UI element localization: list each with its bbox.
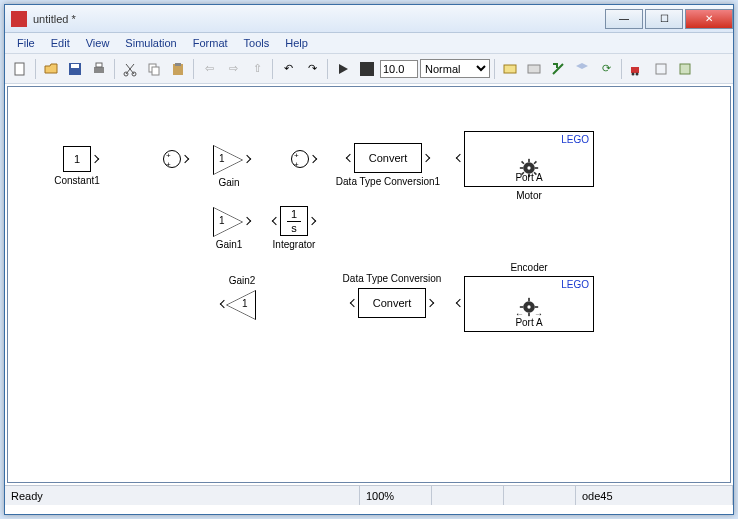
menu-format[interactable]: Format (185, 35, 236, 51)
tool5-icon[interactable] (674, 58, 696, 80)
up-icon[interactable]: ⇧ (246, 58, 268, 80)
redo-icon[interactable]: ↷ (301, 58, 323, 80)
port-out (350, 299, 358, 307)
stop-icon[interactable] (356, 58, 378, 80)
port-out (243, 155, 251, 163)
gain1-value: 1 (219, 215, 225, 226)
motor-brand: LEGO (561, 134, 589, 145)
menu-help[interactable]: Help (277, 35, 316, 51)
menu-view[interactable]: View (78, 35, 118, 51)
status-empty2 (504, 486, 576, 505)
menu-tools[interactable]: Tools (236, 35, 278, 51)
block-constant1[interactable]: 1 (63, 146, 91, 172)
svg-rect-22 (535, 167, 538, 169)
undo-icon[interactable]: ↶ (277, 58, 299, 80)
svg-rect-21 (520, 167, 523, 169)
block-gain[interactable] (213, 145, 243, 175)
gain-value: 1 (219, 153, 225, 164)
svg-rect-19 (528, 159, 530, 162)
new-icon[interactable] (9, 58, 31, 80)
block-gain2[interactable] (226, 290, 256, 320)
gain2-label: Gain2 (226, 275, 258, 286)
build-icon[interactable] (547, 58, 569, 80)
menu-file[interactable]: File (9, 35, 43, 51)
save-icon[interactable] (64, 58, 86, 80)
svg-rect-13 (631, 67, 639, 73)
refresh-icon[interactable]: ⟳ (595, 58, 617, 80)
block-integrator[interactable]: 1 s (280, 206, 308, 236)
block-dtc1[interactable]: Convert (354, 143, 422, 173)
gain2-value: 1 (242, 298, 248, 309)
block-dtc[interactable]: Convert (358, 288, 426, 318)
svg-rect-11 (504, 65, 516, 73)
sum1-signs: ++ (166, 151, 171, 169)
library-icon[interactable] (626, 58, 648, 80)
port-in (456, 154, 464, 162)
dtc-text: Convert (373, 297, 412, 309)
separator (272, 59, 273, 79)
svg-rect-16 (656, 64, 666, 74)
status-zoom: 100% (360, 486, 432, 505)
maximize-button[interactable]: ☐ (645, 9, 683, 29)
port-in (346, 154, 354, 162)
print-icon[interactable] (88, 58, 110, 80)
port-in (272, 217, 280, 225)
svg-rect-32 (535, 306, 538, 308)
paste-icon[interactable] (167, 58, 189, 80)
separator (35, 59, 36, 79)
copy-icon[interactable] (143, 58, 165, 80)
svg-rect-29 (528, 298, 530, 301)
svg-rect-8 (152, 67, 159, 75)
app-window: untitled * — ☐ ✕ File Edit View Simulati… (4, 4, 734, 515)
dtc1-label: Data Type Conversion1 (332, 176, 444, 187)
menu-edit[interactable]: Edit (43, 35, 78, 51)
tool3-icon[interactable] (571, 58, 593, 80)
toolbar: ⇦ ⇨ ⇧ ↶ ↷ Normal ⟳ (5, 54, 733, 84)
svg-rect-10 (175, 63, 181, 66)
tool2-icon[interactable] (523, 58, 545, 80)
cut-icon[interactable] (119, 58, 141, 80)
block-encoder[interactable]: LEGO ← → Port A (464, 276, 594, 332)
separator (494, 59, 495, 79)
svg-rect-23 (521, 161, 525, 165)
port-out (456, 299, 464, 307)
svg-rect-3 (94, 67, 104, 73)
motor-port: Port A (465, 172, 593, 183)
status-ready: Ready (5, 486, 360, 505)
constant1-label: Constant1 (50, 175, 104, 186)
minimize-button[interactable]: — (605, 9, 643, 29)
menu-simulation[interactable]: Simulation (117, 35, 184, 51)
close-button[interactable]: ✕ (685, 9, 733, 29)
dtc-label: Data Type Conversion (338, 273, 446, 284)
block-gain1[interactable] (213, 207, 243, 237)
sim-time-input[interactable] (380, 60, 418, 78)
model-canvas[interactable]: 1 Constant1 ++ 1 Gain ++ Convert Data Ty… (7, 86, 731, 483)
open-icon[interactable] (40, 58, 62, 80)
dtc1-text: Convert (369, 152, 408, 164)
tool-icon[interactable] (499, 58, 521, 80)
separator (114, 59, 115, 79)
encoder-port: Port A (465, 317, 593, 328)
port-out (309, 155, 317, 163)
back-icon[interactable]: ⇦ (198, 58, 220, 80)
encoder-brand: LEGO (561, 279, 589, 290)
svg-point-27 (527, 166, 530, 169)
play-icon[interactable] (332, 58, 354, 80)
tool4-icon[interactable] (650, 58, 672, 80)
gain1-label: Gain1 (211, 239, 247, 250)
gain-label: Gain (214, 177, 244, 188)
svg-rect-17 (680, 64, 690, 74)
svg-rect-4 (96, 63, 102, 67)
forward-icon[interactable]: ⇨ (222, 58, 244, 80)
port-out (243, 217, 251, 225)
constant1-value: 1 (74, 153, 80, 165)
sim-mode-select[interactable]: Normal (420, 59, 490, 78)
separator (327, 59, 328, 79)
motor-label: Motor (464, 190, 594, 201)
port-out (181, 155, 189, 163)
svg-point-14 (632, 72, 635, 75)
block-motor[interactable]: LEGO Port A (464, 131, 594, 187)
svg-rect-12 (528, 65, 540, 73)
port-out (422, 154, 430, 162)
window-title: untitled * (33, 13, 603, 25)
